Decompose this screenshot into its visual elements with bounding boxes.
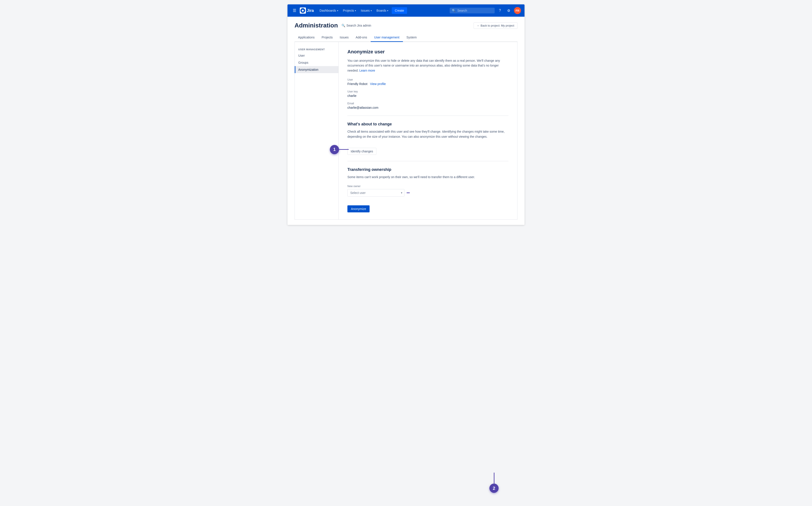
- nav-dashboards[interactable]: Dashboards ▾: [317, 7, 340, 14]
- new-owner-field-group: New owner Select user ▾: [347, 185, 508, 196]
- topnav-right: 🔍 ? ⚙ FR: [450, 7, 521, 14]
- divider-1: [347, 115, 508, 116]
- sidebar-item-user[interactable]: User: [295, 52, 338, 59]
- user-name: Friendly Robot: [347, 82, 368, 86]
- user-field-value: Friendly Robot View profile: [347, 82, 508, 86]
- email-field-group: Email charlie@atlassian.com: [347, 102, 508, 109]
- new-owner-label: New owner: [347, 185, 508, 188]
- admin-title-row: Administration 🔍 Search Jira admin: [295, 22, 371, 29]
- anonymize-button[interactable]: Anonymize: [347, 205, 370, 213]
- issues-chevron-icon: ▾: [371, 9, 372, 12]
- jira-logo-icon: [300, 7, 306, 14]
- identify-changes-button[interactable]: Identify changes: [347, 148, 376, 155]
- email-value: charlie@atlassian.com: [347, 106, 508, 109]
- sidebar-item-anonymization[interactable]: Anonymization: [295, 66, 338, 73]
- jira-logo-text: Jira: [307, 8, 314, 13]
- topnav-nav: Dashboards ▾ Projects ▾ Issues ▾ Boards …: [317, 7, 448, 14]
- tab-addons[interactable]: Add-ons: [352, 33, 371, 42]
- user-field-group: User Friendly Robot View profile: [347, 78, 508, 86]
- step2-float: 2: [489, 473, 499, 493]
- help-icon[interactable]: ?: [496, 7, 503, 14]
- settings-icon[interactable]: ⚙: [505, 7, 512, 14]
- projects-chevron-icon: ▾: [355, 9, 356, 12]
- view-profile-link[interactable]: View profile: [370, 82, 386, 86]
- admin-search[interactable]: 🔍 Search Jira admin: [341, 24, 371, 27]
- step1-annotation: 1: [330, 145, 349, 154]
- email-label: Email: [347, 102, 508, 105]
- whats-changing-desc: Check all items associated with this use…: [347, 129, 508, 139]
- divider-2: [347, 161, 508, 161]
- select-user-wrapper: Select user ▾: [347, 189, 404, 196]
- learn-more-link[interactable]: Learn more: [360, 69, 375, 72]
- user-key-label: User key: [347, 90, 508, 93]
- transferring-desc: Some items can't work properly on their …: [347, 175, 508, 179]
- tab-system[interactable]: System: [403, 33, 420, 42]
- dashboards-chevron-icon: ▾: [337, 9, 338, 12]
- page-title: Anonymize user: [347, 49, 508, 55]
- admin-tabs: Applications Projects Issues Add-ons Use…: [295, 33, 517, 42]
- topnav: ☰ Jira Dashboards ▾ Projects ▾: [288, 4, 524, 17]
- sidebar: USER MANAGEMENT User Groups Anonymizatio…: [295, 42, 339, 220]
- search-icon: 🔍: [452, 9, 455, 12]
- tab-user-management[interactable]: User management: [371, 33, 403, 42]
- boards-chevron-icon: ▾: [387, 9, 388, 12]
- transferring-title: Transferring ownership: [347, 167, 508, 172]
- nav-projects[interactable]: Projects ▾: [341, 7, 359, 14]
- user-key-value: charlie: [347, 94, 508, 97]
- tab-projects[interactable]: Projects: [318, 33, 336, 42]
- user-field-label: User: [347, 78, 508, 81]
- identify-changes-wrapper: 1 Identify changes: [347, 144, 376, 155]
- user-key-field-group: User key charlie: [347, 90, 508, 97]
- main-content: Anonymize user You can anonymize this us…: [339, 42, 517, 220]
- jira-logo[interactable]: Jira: [300, 7, 314, 14]
- nav-boards[interactable]: Boards ▾: [375, 7, 390, 14]
- tab-applications[interactable]: Applications: [295, 33, 318, 42]
- content-area: USER MANAGEMENT User Groups Anonymizatio…: [295, 42, 517, 220]
- admin-search-icon: 🔍: [341, 24, 345, 27]
- hamburger-icon[interactable]: ☰: [291, 7, 298, 14]
- back-to-project-button[interactable]: ← Back to project: My project: [474, 22, 517, 29]
- admin-header: Administration 🔍 Search Jira admin ← Bac…: [295, 22, 517, 29]
- admin-title: Administration: [295, 22, 338, 29]
- nav-issues[interactable]: Issues ▾: [359, 7, 374, 14]
- select-wrapper: Select user ▾: [347, 189, 404, 196]
- whats-changing-title: What's about to change: [347, 122, 508, 126]
- anonymize-description: You can anonymize this user to hide or d…: [347, 58, 508, 73]
- step1-connector: [339, 149, 349, 150]
- admin-search-label: Search Jira admin: [346, 24, 371, 27]
- search-input[interactable]: [458, 9, 493, 12]
- create-button[interactable]: Create: [392, 7, 407, 14]
- select-user-dropdown[interactable]: Select user: [347, 189, 404, 196]
- sidebar-section-label: USER MANAGEMENT: [295, 46, 338, 52]
- tab-issues[interactable]: Issues: [336, 33, 352, 42]
- step2-badge: 2: [489, 484, 499, 493]
- step2-line-h: [407, 193, 410, 193]
- step2-connector-v: [494, 473, 494, 484]
- sidebar-item-groups[interactable]: Groups: [295, 59, 338, 66]
- step1-badge: 1: [330, 145, 339, 154]
- search-bar[interactable]: 🔍: [450, 8, 495, 13]
- avatar[interactable]: FR: [514, 7, 521, 14]
